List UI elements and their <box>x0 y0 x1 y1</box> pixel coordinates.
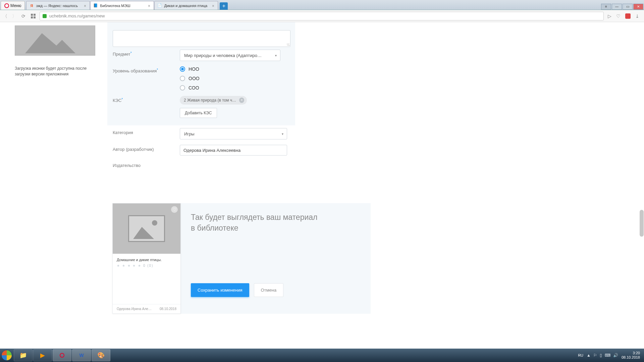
close-tab-icon[interactable]: × <box>147 4 151 8</box>
preview-card-date: 08.10.2018 <box>160 307 176 311</box>
send-icon[interactable]: ▷ <box>608 13 611 19</box>
kes-label: КЭС* <box>113 96 180 103</box>
material-form: Предмет* Мир природы и человека (Адаптир… <box>107 22 295 171</box>
taskbar-opera[interactable] <box>53 349 71 361</box>
download-icon[interactable]: ⤓ <box>635 13 639 19</box>
cancel-button[interactable]: Отмена <box>254 283 284 297</box>
category-select[interactable]: Игры ▾ <box>180 128 287 139</box>
level-ooo-radio[interactable]: ООО <box>180 76 290 81</box>
taskbar-word[interactable]: W <box>72 349 91 361</box>
window-minimize-button[interactable]: — <box>612 4 622 10</box>
url-text: uchebnik.mos.ru/games/new <box>49 13 105 18</box>
preview-card-rating: ★ ★ ★ ★ ★ 0 (0) <box>117 264 176 267</box>
subject-select[interactable]: Мир природы и человека (Адаптиро… ▾ <box>180 50 280 61</box>
radio-icon <box>180 76 185 81</box>
speed-dial-icon[interactable] <box>31 14 36 18</box>
icon-upload-helper: Загрузка иконки будет доступна после заг… <box>15 66 99 77</box>
new-tab-button[interactable]: + <box>220 2 228 10</box>
radio-checked-icon <box>180 66 185 72</box>
kes-chip-text: 2 Живая природа (в том чис… <box>184 98 236 103</box>
preview-card: ♡ Домашние и дикие птицы. ★ ★ ★ ★ ★ 0 (0… <box>112 203 181 314</box>
tab-yandex[interactable]: Я эжд — Яндекс: нашлось × <box>26 1 90 10</box>
window-maximize-button[interactable]: ▭ <box>623 4 633 10</box>
taskbar-explorer[interactable]: 📁 <box>14 349 33 361</box>
preview-card-title: Домашние и дикие птицы. <box>117 258 176 262</box>
taskbar: 📁 ▶ W 🎨 RU ▲ ⚐ ▯ ⌨ 🔊 3:20 08.10.2018 <box>0 349 644 362</box>
add-kes-button[interactable]: Добавить КЭС <box>180 108 217 118</box>
remove-chip-icon[interactable]: × <box>239 98 244 103</box>
window-controls: ≡ — ▭ ✕ <box>600 4 644 10</box>
back-icon[interactable]: 〈 <box>3 13 8 19</box>
tray-battery-icon[interactable]: ⌨ <box>605 353 610 358</box>
lock-icon <box>43 14 47 18</box>
tab-title: Дикая и домашняя птица <box>164 4 209 8</box>
reload-icon[interactable]: ⟳ <box>21 13 27 19</box>
favicon-mesh-icon: 📘 <box>93 3 98 8</box>
level-noo-radio[interactable]: НОО <box>180 66 290 72</box>
placeholder-image-icon <box>15 26 95 55</box>
scrollbar-thumb[interactable] <box>640 210 644 237</box>
favicon-doc-icon: 📄 <box>157 3 162 8</box>
radio-icon <box>180 85 185 90</box>
publisher-label: Издательство <box>113 161 180 168</box>
subject-value: Мир природы и человека (Адаптиро… <box>184 53 262 58</box>
tray-network-icon[interactable]: ▯ <box>600 353 602 358</box>
window-close-button[interactable]: ✕ <box>633 4 643 10</box>
kes-chip: 2 Живая природа (в том чис… × <box>180 96 247 105</box>
extension-icon[interactable] <box>625 13 631 19</box>
preview-heading: Так будет выглядеть ваш материал в библи… <box>191 212 361 233</box>
chevron-down-icon: ▾ <box>275 54 277 57</box>
save-button[interactable]: Сохранить изменения <box>191 283 249 297</box>
start-button[interactable] <box>0 349 13 362</box>
tab-title: Библиотека МЭШ <box>100 4 145 8</box>
url-field[interactable]: uchebnik.mos.ru/games/new <box>40 12 604 20</box>
opera-icon <box>4 3 9 8</box>
close-tab-icon[interactable]: × <box>83 4 87 8</box>
tab-birds-doc[interactable]: 📄 Дикая и домашняя птица × <box>154 1 218 10</box>
material-preview: ♡ Домашние и дикие птицы. ★ ★ ★ ★ ★ 0 (0… <box>112 203 371 314</box>
window-panel-button[interactable]: ≡ <box>601 4 611 10</box>
tab-mesh-library[interactable]: 📘 Библиотека МЭШ × <box>90 1 154 10</box>
preview-card-author: Одерова Ирина Але… <box>117 307 152 311</box>
tray-action-center-icon[interactable]: ⚐ <box>593 353 597 358</box>
menu-label: Меню <box>10 3 21 8</box>
language-indicator[interactable]: RU <box>578 353 583 357</box>
heart-icon[interactable]: ♡ <box>616 13 621 19</box>
tab-title: эжд — Яндекс: нашлось <box>36 4 81 8</box>
forward-icon[interactable]: 〉 <box>12 13 17 19</box>
author-input[interactable] <box>180 145 287 156</box>
page-content: Загрузка иконки будет доступна после заг… <box>0 22 644 349</box>
tray-flag-icon[interactable]: ▲ <box>587 353 591 358</box>
preview-card-footer: Одерова Ирина Але… 08.10.2018 <box>113 304 180 313</box>
description-textarea[interactable] <box>113 30 290 47</box>
close-tab-icon[interactable]: × <box>211 4 215 8</box>
address-bar: 〈 〉 ⟳ uchebnik.mos.ru/games/new ▷ ♡ ⤓ <box>0 10 644 22</box>
chevron-down-icon: ▾ <box>282 132 283 136</box>
taskbar-paint[interactable]: 🎨 <box>92 349 110 361</box>
author-label: Автор (разработчик) <box>113 145 180 152</box>
icon-placeholder <box>15 25 95 56</box>
windows-logo-icon <box>1 350 12 361</box>
education-level-group: НОО ООО СОО <box>180 66 290 90</box>
favicon-yandex-icon: Я <box>29 3 34 8</box>
taskbar-clock[interactable]: 3:20 08.10.2018 <box>622 351 642 360</box>
icon-upload-panel: Загрузка иконки будет доступна после заг… <box>15 25 99 77</box>
subject-label: Предмет* <box>113 50 180 57</box>
tray-volume-icon[interactable]: 🔊 <box>613 353 618 358</box>
opera-menu-button[interactable]: Меню <box>1 1 25 10</box>
browser-tab-strip: Меню Я эжд — Яндекс: нашлось × 📘 Библиот… <box>0 0 644 10</box>
taskbar-media-player[interactable]: ▶ <box>33 349 52 361</box>
level-soo-radio[interactable]: СОО <box>180 85 290 90</box>
favorite-icon[interactable]: ♡ <box>171 206 178 213</box>
preview-card-image: ♡ <box>113 203 180 254</box>
category-label: Категория <box>113 128 180 135</box>
category-value: Игры <box>184 131 195 136</box>
placeholder-image-icon <box>128 215 165 242</box>
education-level-label: Уровень образования* <box>113 66 180 73</box>
system-tray: RU ▲ ⚐ ▯ ⌨ 🔊 3:20 08.10.2018 <box>578 351 644 360</box>
